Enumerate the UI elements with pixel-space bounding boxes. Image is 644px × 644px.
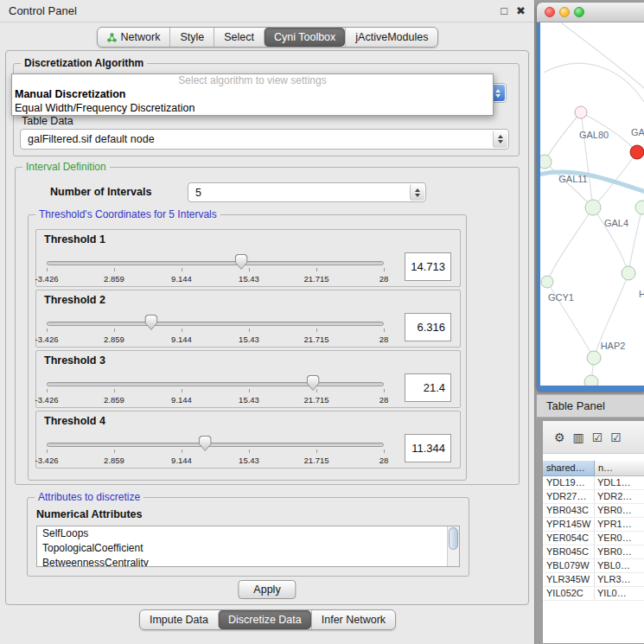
tab-network[interactable]: Network	[98, 28, 170, 47]
slider-track[interactable]	[47, 443, 384, 447]
attribute-item-betweennesscentrality[interactable]: BetweennessCentrality	[37, 556, 447, 567]
interval-definition-group-title: Interval Definition	[22, 161, 110, 173]
table-cell: YBL079W	[543, 559, 595, 573]
slider-thumb-icon[interactable]	[235, 254, 248, 270]
tab-discretize-data[interactable]: Discretize Data	[218, 610, 311, 629]
tab-impute-data[interactable]: Impute Data	[140, 610, 218, 629]
close-panel-icon[interactable]: ✖	[516, 5, 526, 16]
network-node[interactable]	[622, 266, 635, 280]
table-cell: YDR27…	[543, 490, 595, 504]
select-all-columns-icon[interactable]: ☑	[592, 431, 603, 443]
tab-select[interactable]: Select	[214, 28, 264, 47]
threshold-slider[interactable]	[47, 253, 384, 272]
network-node[interactable]	[635, 201, 644, 214]
slider-thumb-icon[interactable]	[199, 436, 212, 451]
slider-tick	[316, 328, 317, 332]
column-header-name[interactable]: n…	[595, 461, 644, 476]
tab-label: Infer Network	[322, 614, 386, 626]
list-scrollbar-thumb[interactable]	[449, 527, 458, 550]
table-toolbar-gap	[543, 454, 644, 461]
unselect-all-columns-icon[interactable]: ☑	[610, 431, 622, 443]
show-columns-icon[interactable]: ▥	[573, 431, 584, 443]
table-row[interactable]: YLR345WYLR3…	[543, 573, 644, 587]
scale-label: 15.43	[239, 335, 259, 344]
minimize-window-button[interactable]	[559, 7, 570, 17]
settings-gear-icon[interactable]: ⚙	[554, 431, 565, 443]
slider-tick	[47, 389, 48, 392]
column-header-shared-name[interactable]: shared…	[543, 461, 595, 476]
scale-label: 2.859	[104, 335, 124, 344]
slider-tick	[114, 450, 115, 453]
threshold-panel-2: Threshold 2 -3.4262.8599.14415.4321.7152…	[35, 290, 461, 348]
table-row[interactable]: YBR043CYBR0…	[543, 504, 644, 518]
algorithm-option-equal-width-frequency-discretization[interactable]: Equal Width/Frequency Discretization	[12, 101, 493, 115]
table-data-combobox[interactable]: galFiltered.sif default node	[20, 129, 509, 150]
tab-jactivemodules[interactable]: jActiveModules	[345, 28, 437, 47]
numerical-attributes-listbox[interactable]: SelfLoopsTopologicalCoefficientBetweenne…	[36, 526, 460, 567]
slider-tick	[249, 450, 250, 453]
network-node[interactable]	[630, 145, 644, 159]
tab-cyni-toolbox[interactable]: Cyni Toolbox	[264, 28, 345, 47]
combo-stepper-icon[interactable]	[410, 184, 424, 201]
table-cell: YBR045C	[543, 545, 595, 559]
tab-label: Style	[180, 31, 204, 43]
scale-label: 2.859	[104, 456, 124, 465]
control-panel-titlebar: Control Panel □ ✖	[0, 0, 534, 22]
threshold-label: Threshold 4	[44, 415, 105, 427]
scale-label: 21.715	[303, 274, 328, 284]
combo-stepper-icon[interactable]	[493, 131, 507, 148]
threshold-value-field[interactable]: 11.344	[405, 434, 451, 462]
threshold-value-field[interactable]: 21.4	[405, 373, 451, 402]
table-row[interactable]: YDR27…YDR2…	[543, 490, 644, 504]
attribute-item-selfloops[interactable]: SelfLoops	[37, 526, 447, 541]
scale-label: 28	[379, 274, 389, 284]
table-cell: YPR145W	[543, 518, 595, 532]
table-cell: YBR043C	[543, 504, 595, 518]
slider-thumb-icon[interactable]	[307, 375, 320, 391]
threshold-slider[interactable]	[47, 435, 384, 454]
network-node[interactable]	[587, 351, 601, 365]
tab-infer-network[interactable]: Infer Network	[311, 610, 395, 629]
network-node[interactable]	[541, 276, 553, 288]
list-scrollbar[interactable]	[447, 526, 459, 566]
table-cell: YDL1…	[595, 476, 644, 490]
network-node[interactable]	[540, 155, 552, 169]
network-node[interactable]	[584, 375, 598, 386]
tab-style[interactable]: Style	[169, 28, 214, 47]
threshold-slider[interactable]	[47, 314, 384, 333]
close-window-button[interactable]	[545, 7, 555, 17]
float-window-icon[interactable]: □	[501, 5, 507, 16]
slider-tick	[114, 389, 115, 392]
table-row[interactable]: YIL052CYIL0…	[543, 587, 644, 601]
zoom-window-button[interactable]	[574, 7, 584, 17]
slider-thumb-icon[interactable]	[144, 315, 157, 330]
slider-scale: -3.4262.8599.14415.4321.71528	[47, 335, 384, 345]
table-row[interactable]: YBL079WYBL0…	[543, 559, 644, 573]
table-row[interactable]: YDL19…YDL1…	[543, 476, 644, 490]
network-canvas[interactable]: GAL80GAGAL11GAL4GCY1HHAP2	[540, 22, 644, 386]
slider-track[interactable]	[47, 382, 384, 386]
table-row[interactable]: YBR045CYBR0…	[543, 545, 644, 559]
control-panel-window: Control Panel □ ✖ NetworkStyleSelectCyni…	[0, 0, 535, 644]
slider-track[interactable]	[47, 261, 384, 265]
algorithm-option-manual-discretization[interactable]: Manual Discretization	[12, 87, 493, 101]
threshold-value-field[interactable]: 14.713	[405, 252, 451, 281]
table-row[interactable]: YPR145WYPR1…	[543, 518, 644, 532]
scale-label: 2.859	[104, 395, 124, 405]
slider-track[interactable]	[47, 322, 384, 326]
attribute-item-topologicalcoefficient[interactable]: TopologicalCoefficient	[37, 541, 447, 556]
threshold-value-field[interactable]: 6.316	[405, 313, 451, 341]
network-node[interactable]	[585, 200, 601, 215]
table-row[interactable]: YER054CYER0…	[543, 532, 644, 545]
algorithm-dropdown-placeholder: Select algorithm to view settings	[12, 74, 493, 87]
scale-label: 9.144	[171, 456, 192, 465]
network-node[interactable]	[575, 106, 587, 118]
slider-tick	[114, 328, 115, 332]
cyni-bottom-tabbar: Impute DataDiscretize DataInfer Network	[0, 609, 535, 630]
number-of-intervals-combobox[interactable]: 5	[188, 182, 426, 202]
apply-button[interactable]: Apply	[238, 580, 296, 599]
network-edge-thick	[540, 172, 644, 192]
network-graph: GAL80GAGAL11GAL4GCY1HHAP2	[540, 22, 644, 386]
discretization-algorithm-group-title: Discretization Algorithm	[21, 57, 147, 69]
threshold-slider[interactable]	[47, 374, 384, 393]
